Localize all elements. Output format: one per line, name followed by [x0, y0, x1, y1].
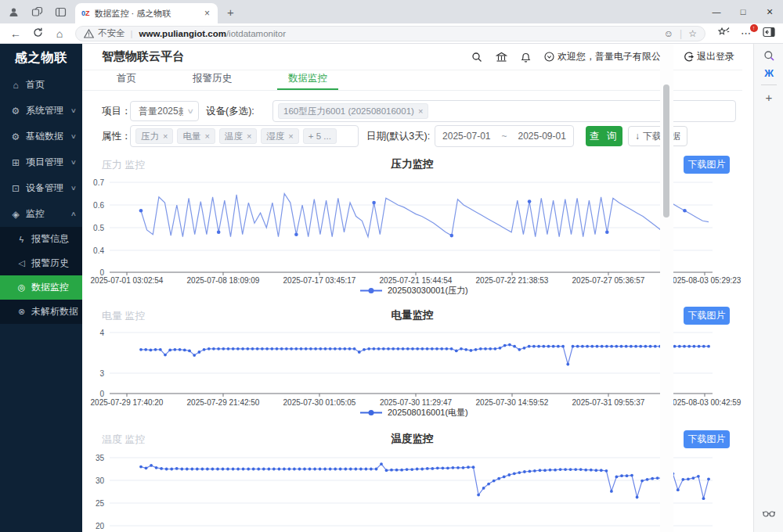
url-host: www.puliangiot.com [139, 29, 226, 38]
temperature-chart[interactable]: 35302520 [82, 452, 742, 532]
app-logo: 感之物联 [0, 44, 82, 72]
scrollbar-thumb[interactable] [663, 84, 669, 217]
svg-text:25: 25 [96, 499, 105, 508]
tab-actions-icon[interactable] [53, 5, 67, 19]
sidebar-item-home[interactable]: ⌂ 首页 [0, 72, 82, 98]
chevron-down-icon: ∨ [70, 107, 77, 114]
remove-tag-icon[interactable]: × [204, 131, 209, 141]
attr-more-tag[interactable]: + 5 ... [303, 128, 337, 144]
browser-essentials-icon[interactable] [754, 507, 783, 521]
profile-icon[interactable] [6, 5, 20, 19]
remove-tag-icon[interactable]: × [163, 131, 168, 141]
user-chevron-icon [544, 52, 554, 62]
svg-text:0.6: 0.6 [93, 201, 104, 210]
workspaces-icon[interactable] [30, 5, 44, 19]
extension-icon[interactable]: Ж [754, 67, 783, 79]
search-icon[interactable] [754, 50, 783, 65]
lightning-icon: ϟ [16, 235, 27, 244]
unparsed-icon: ⊗ [16, 307, 27, 317]
site-favicon: 0Z [81, 9, 90, 17]
svg-text:0.7: 0.7 [93, 178, 104, 187]
battery-section-header: 电量 监控 电量监控 下载图片 [82, 306, 742, 326]
project-label: 项目： [102, 100, 132, 122]
edge-sidebar: Ж + [675, 44, 783, 532]
pressure-chart[interactable]: 0.70.60.50.402025-07-01 03:02:542025-07-… [82, 178, 742, 297]
home-icon[interactable]: ⌂ [49, 27, 70, 40]
grid-icon: ⊞ [9, 157, 22, 168]
sidebar-item-unparsed-data[interactable]: ⊗ 未解析数据 [0, 300, 82, 324]
chart-legend[interactable]: 202503030001(压力) [360, 286, 468, 295]
svg-text:2025-07-08 18:09:09: 2025-07-08 18:09:09 [187, 276, 260, 285]
device-icon: ⊡ [9, 183, 22, 194]
remove-tag-icon[interactable]: × [288, 131, 293, 141]
security-label: 不安全 [98, 27, 125, 39]
date-end: 2025-09-01 [518, 131, 566, 142]
gear-icon: ⚙ [9, 131, 22, 142]
address-bar[interactable]: 不安全 | www.puliangiot.com /iotdatamonitor… [75, 26, 705, 41]
sidebar-item-monitor[interactable]: ◈ 监控 ∧ [0, 201, 82, 227]
search-icon[interactable] [471, 52, 482, 63]
sidebar-item-basedata[interactable]: ⚙ 基础数据 ∨ [0, 124, 82, 149]
url-divider: | [131, 29, 133, 38]
refresh-icon[interactable] [27, 27, 49, 40]
speaker-icon: ◁ [16, 258, 27, 268]
tab-close-icon[interactable]: × [203, 8, 211, 19]
svg-text:202508016001(电量): 202508016001(电量) [388, 408, 468, 417]
sidebar-item-alarm-info[interactable]: ϟ 报警信息 [0, 227, 82, 251]
svg-text:0: 0 [99, 390, 104, 398]
sidebar-item-alarm-history[interactable]: ◁ 报警历史 [0, 251, 82, 275]
app-sidebar: 感之物联 ⌂ 首页 ⚙ 系统管理 ∨ ⚙ 基础数据 ∨ ⊞ 项目管理 ∨ ⊡ [0, 44, 82, 532]
favorites-icon[interactable] [717, 27, 730, 41]
feedback-smiley-icon[interactable]: ☺ [664, 28, 673, 39]
window-maximize-button[interactable]: □ [730, 2, 756, 22]
sidebar-item-data-monitor[interactable]: ◎ 数据监控 [0, 275, 82, 300]
pill-divider: | [680, 28, 682, 39]
attribute-multiselect[interactable]: 压力× 电量× 温度× 湿度× + 5 ... [130, 125, 359, 147]
pressure-chart-title: 压力监控 [82, 157, 742, 171]
strip-divider [761, 84, 777, 85]
sidebar-toggle-icon[interactable] [763, 27, 775, 41]
chart-legend[interactable]: 202508016001(电量) [360, 408, 468, 417]
sidebar-item-project[interactable]: ⊞ 项目管理 ∨ [0, 149, 82, 175]
device-label: 设备(多选): [206, 100, 254, 122]
chevron-down-icon: ∨ [70, 133, 77, 140]
sidebar-item-system[interactable]: ⚙ 系统管理 ∨ [0, 98, 82, 124]
tab-data-monitor[interactable]: 数据监控 [277, 72, 338, 90]
svg-text:30: 30 [96, 476, 105, 485]
svg-text:2025-07-30 14:59:52: 2025-07-30 14:59:52 [476, 398, 549, 407]
svg-text:2025-07-29 17:40:20: 2025-07-29 17:40:20 [91, 398, 164, 407]
svg-text:0.5: 0.5 [93, 224, 104, 232]
remove-tag-icon[interactable]: × [247, 131, 251, 141]
home-icon: ⌂ [9, 80, 22, 91]
browser-menu-icon[interactable]: ⋯↑ [741, 27, 752, 39]
bell-icon[interactable] [521, 52, 531, 63]
date-separator: ~ [501, 131, 507, 142]
tab-home[interactable]: 首页 [106, 72, 147, 90]
query-button[interactable]: 查 询 [586, 126, 622, 146]
svg-text:202503030001(压力): 202503030001(压力) [388, 286, 468, 295]
battery-chart[interactable]: 4302025-07-29 17:40:202025-07-29 21:42:5… [82, 329, 742, 419]
remove-tag-icon[interactable]: × [418, 106, 423, 116]
attr-tag-pressure: 压力× [135, 128, 173, 144]
organization-icon[interactable] [496, 52, 507, 63]
new-tab-button[interactable]: + [227, 5, 234, 19]
date-range-picker[interactable]: 2025-07-01 ~ 2025-09-01 [435, 125, 574, 147]
attr-tag-humidity: 湿度× [261, 128, 298, 144]
svg-text:2025-07-30 11:29:47: 2025-07-30 11:29:47 [380, 398, 453, 407]
chevron-down-icon: ∨ [187, 107, 195, 115]
temperature-chart-title: 温度监控 [82, 432, 742, 446]
chevron-down-icon: ∨ [70, 185, 77, 192]
tag-icon: ◈ [9, 209, 22, 220]
browser-tab[interactable]: 0Z 数据监控 · 感之物联 × [75, 3, 218, 23]
iot-app: 感之物联 ⌂ 首页 ⚙ 系统管理 ∨ ⚙ 基础数据 ∨ ⊞ 项目管理 ∨ ⊡ [0, 44, 783, 532]
bookmark-star-icon[interactable]: ☆ [688, 28, 697, 39]
add-icon[interactable]: + [754, 91, 783, 104]
window-close-button[interactable]: × [756, 2, 783, 22]
tab-alarm-history[interactable]: 报警历史 [182, 72, 243, 90]
back-icon[interactable]: ← [5, 27, 27, 40]
sidebar-item-device[interactable]: ⊡ 设备管理 ∨ [0, 175, 82, 201]
window-minimize-button[interactable]: — [703, 2, 730, 22]
project-select[interactable]: 普量2025款4... ∨ [130, 101, 199, 121]
welcome-user[interactable]: 欢迎您，普量电子有限公司 [544, 50, 670, 63]
svg-text:0: 0 [99, 268, 104, 277]
